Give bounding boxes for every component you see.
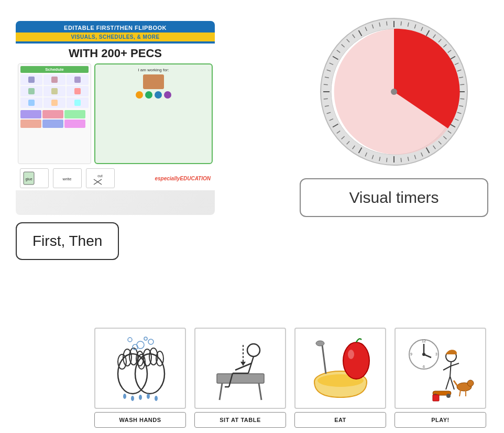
working-text: I am working for:	[138, 68, 169, 72]
clock-svg	[318, 16, 470, 168]
eat-image	[294, 328, 386, 409]
flipbook-big-text: WITH 200+ PECS	[16, 44, 215, 61]
timer-label: Visual timers	[300, 178, 488, 217]
eat-card: EAT	[294, 328, 386, 428]
eat-svg	[304, 334, 377, 403]
token-1	[136, 91, 143, 99]
cell-icon	[28, 88, 35, 94]
flipbook-content: Schedule	[16, 61, 215, 166]
books-rect	[143, 74, 164, 89]
svg-line-36	[401, 158, 401, 162]
svg-line-8	[401, 21, 401, 26]
flipbook-inner: EDITABLE FIRST/THEN FLIPBOOK VISUALS, SC…	[16, 21, 215, 215]
brand-text: especiallyEDUCATION	[155, 176, 211, 181]
cell-icon	[74, 100, 81, 106]
svg-line-90	[220, 383, 222, 400]
svg-point-105	[348, 350, 354, 359]
schedule-cell	[20, 86, 42, 96]
svg-text:write: write	[62, 177, 72, 181]
svg-point-104	[343, 342, 369, 379]
svg-line-117	[451, 363, 459, 366]
brand-area: especiallyEDUCATION	[155, 176, 211, 181]
svg-point-109	[422, 353, 425, 356]
wash-hands-card: WASH HANDS	[94, 328, 186, 428]
working-for-mock: I am working for:	[94, 63, 213, 164]
schedule-cell	[43, 74, 65, 85]
token-4	[164, 91, 171, 99]
wash-hands-label: WASH HANDS	[94, 412, 186, 428]
sit-table-svg	[204, 334, 277, 403]
timer-section: Visual timers	[294, 16, 494, 217]
schedule-title: Schedule	[20, 66, 89, 73]
schedule-cell	[67, 86, 89, 96]
svg-point-70	[118, 354, 126, 369]
token-3	[155, 91, 162, 99]
schedule-cell	[67, 98, 89, 108]
svg-line-115	[450, 362, 451, 376]
svg-point-86	[139, 395, 142, 400]
svg-marker-99	[240, 362, 246, 366]
svg-point-103	[316, 341, 324, 346]
svg-text:cut: cut	[97, 174, 102, 178]
svg-point-80	[128, 338, 132, 342]
svg-point-87	[147, 394, 150, 399]
wash-hands-svg	[104, 334, 177, 403]
timer-clock	[318, 16, 470, 168]
svg-text:3: 3	[435, 352, 437, 356]
svg-line-119	[450, 376, 454, 389]
svg-line-51	[324, 99, 328, 99]
svg-line-23	[460, 99, 464, 99]
svg-point-92	[247, 344, 260, 356]
flipbook-image: EDITABLE FIRST/THEN FLIPBOOK VISUALS, SC…	[16, 21, 215, 215]
flipbook-banner: EDITABLE FIRST/THEN FLIPBOOK VISUALS, SC…	[16, 21, 215, 44]
cell-icon	[51, 100, 58, 106]
pec-card-1: glue	[20, 168, 49, 188]
svg-point-88	[155, 396, 158, 401]
schedule-cell	[20, 98, 42, 108]
svg-line-102	[322, 345, 326, 374]
cell-icon	[28, 77, 35, 83]
schedule-cell	[20, 74, 42, 85]
eat-label: EAT	[294, 412, 386, 428]
svg-line-38	[387, 158, 387, 162]
svg-point-85	[131, 396, 134, 401]
svg-point-122	[446, 394, 451, 398]
sit-at-table-label: SIT AT TABLE	[194, 412, 286, 428]
svg-point-124	[467, 380, 474, 386]
svg-point-82	[144, 337, 147, 340]
svg-text:6: 6	[423, 365, 425, 369]
svg-point-68	[391, 89, 397, 95]
play-image: 12 3 6 9	[395, 328, 486, 409]
schedule-grid	[20, 74, 89, 108]
svg-line-21	[460, 84, 464, 85]
first-then-label: First, Then	[16, 222, 119, 260]
cell-icon	[51, 88, 58, 94]
svg-rect-89	[217, 374, 264, 383]
cell-icon	[74, 77, 81, 83]
svg-point-84	[123, 394, 126, 399]
play-svg: 12 3 6 9	[404, 334, 477, 403]
play-card: 12 3 6 9	[395, 328, 486, 428]
svg-point-81	[148, 339, 154, 344]
first-then-section: EDITABLE FIRST/THEN FLIPBOOK VISUALS, SC…	[16, 21, 220, 260]
svg-line-125	[454, 381, 457, 386]
cell-icon	[74, 88, 81, 94]
wash-hands-image	[94, 328, 186, 409]
play-label: PLAY!	[395, 412, 486, 428]
cell-icon	[51, 77, 58, 83]
svg-rect-128	[433, 395, 439, 401]
cell-icon	[28, 100, 35, 106]
pec-card-3: cut	[86, 168, 115, 188]
schedule-cell	[67, 74, 89, 85]
schedule-cell	[43, 98, 65, 108]
pec-card-2: write	[53, 168, 82, 188]
sit-at-table-image	[194, 328, 286, 409]
svg-line-91	[259, 383, 261, 400]
svg-line-126	[459, 390, 461, 396]
banner-line2: VISUALS, SCHEDULES, & MORE	[16, 33, 215, 41]
activity-cards: WASH HANDS	[94, 328, 486, 428]
svg-text:9: 9	[410, 352, 412, 356]
sit-at-table-card: SIT AT TABLE	[194, 328, 286, 428]
svg-line-116	[443, 366, 451, 370]
svg-text:12: 12	[422, 339, 426, 343]
